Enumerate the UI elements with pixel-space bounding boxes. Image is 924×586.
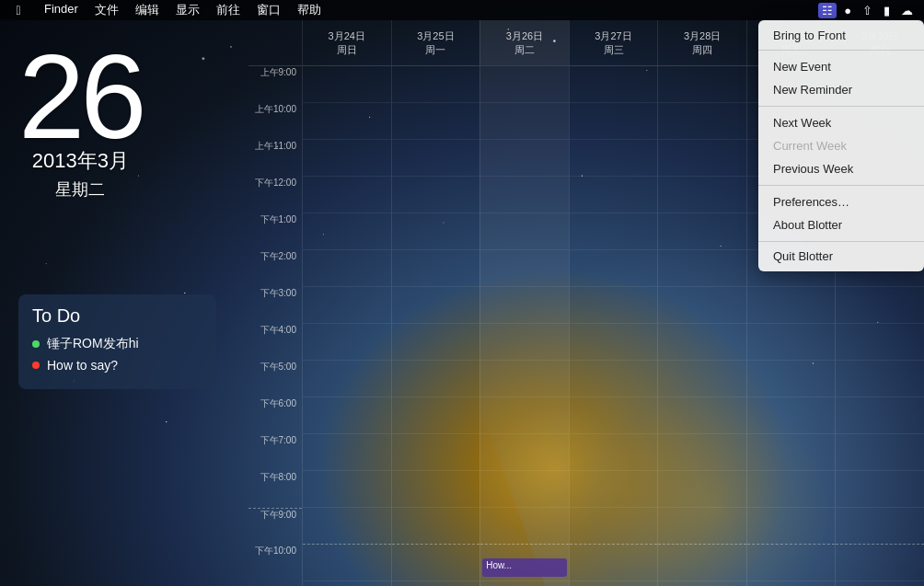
hour-line xyxy=(303,287,391,324)
day-grid-col-thu xyxy=(657,66,746,586)
hour-line xyxy=(747,361,836,397)
menu-item-about[interactable]: About Blotter xyxy=(758,213,924,236)
menu-item-preferences[interactable]: Preferences… xyxy=(758,190,924,213)
hour-line xyxy=(570,545,658,581)
day-grid-col-sun xyxy=(302,66,391,586)
hour-line xyxy=(570,177,658,213)
hour-line xyxy=(303,177,391,213)
menubar-go[interactable]: 前往 xyxy=(209,2,248,18)
hour-line xyxy=(747,471,836,508)
cursor-icon[interactable]: ⇧ xyxy=(859,4,876,17)
apple-icon:  xyxy=(16,3,20,17)
hour-line xyxy=(303,103,391,140)
hour-line xyxy=(392,140,480,177)
hour-line xyxy=(658,397,746,434)
hour-line xyxy=(836,287,924,324)
day-grid-col-wed xyxy=(569,66,658,586)
menubar-finder[interactable]: Finder xyxy=(37,2,86,18)
menubar-edit[interactable]: 编辑 xyxy=(128,2,167,18)
hour-line xyxy=(747,434,836,471)
day-date-thu: 3月28日 xyxy=(684,29,721,43)
calendar-event[interactable]: How... xyxy=(482,558,567,577)
list-item: 锤子ROM发布hi xyxy=(32,336,202,352)
hour-line xyxy=(480,287,569,324)
hour-line xyxy=(303,471,391,508)
time-column: 上午9:00 上午10:00 上午11:00 下午12:00 下午1:00 下午… xyxy=(248,66,302,586)
hour-line xyxy=(658,213,746,250)
battery-icon[interactable]: ▮ xyxy=(880,4,894,17)
time-slot: 下午10:00 xyxy=(248,545,302,581)
day-date-sun: 3月24日 xyxy=(329,29,365,43)
hour-line xyxy=(570,140,658,177)
menu-separator xyxy=(758,241,924,242)
time-slot: 下午9:00 xyxy=(248,508,302,545)
hour-line xyxy=(836,471,924,508)
time-slot: 上午11:00 xyxy=(248,140,302,177)
day-col-wed: 3月27日 周三 xyxy=(569,20,658,65)
menubar-view[interactable]: 显示 xyxy=(168,2,207,18)
notification-icon[interactable]: ● xyxy=(840,4,855,17)
hour-line xyxy=(392,66,480,103)
menubar-file[interactable]: 文件 xyxy=(87,2,126,18)
hour-line xyxy=(836,324,924,361)
hour-line xyxy=(480,471,569,508)
hour-line xyxy=(658,471,746,508)
hour-line xyxy=(570,397,658,434)
day-col-tue: 3月26日 周二 xyxy=(479,20,569,65)
hour-line xyxy=(392,213,480,250)
menu-separator xyxy=(758,185,924,186)
menubar-help[interactable]: 帮助 xyxy=(290,2,329,18)
day-col-mon: 3月25日 周一 xyxy=(391,20,480,65)
time-slot: 下午8:00 xyxy=(248,471,302,508)
menu-separator xyxy=(758,50,924,51)
menubar-window[interactable]: 窗口 xyxy=(249,2,288,18)
hour-line xyxy=(392,361,480,397)
apple-menu[interactable]:  xyxy=(0,3,37,17)
hour-line xyxy=(303,397,391,434)
todo-title: To Do xyxy=(32,305,202,327)
menu-item-previous-week[interactable]: Previous Week xyxy=(758,157,924,180)
date-weekday: 星期二 xyxy=(18,178,143,201)
hour-line xyxy=(392,508,480,545)
cloud-icon[interactable]: ☁ xyxy=(897,4,917,17)
hour-line xyxy=(480,434,569,471)
hour-line xyxy=(570,103,658,140)
hour-line xyxy=(392,287,480,324)
menu-group-events: New Event New Reminder xyxy=(758,53,924,103)
menu-item-new-reminder[interactable]: New Reminder xyxy=(758,78,924,101)
menu-item-new-event[interactable]: New Event xyxy=(758,55,924,78)
hour-line xyxy=(480,397,569,434)
hour-line xyxy=(392,397,480,434)
hour-line xyxy=(303,324,391,361)
hour-line xyxy=(392,545,480,581)
hour-line xyxy=(303,545,391,581)
blotter-icon[interactable]: ☷ xyxy=(818,3,837,18)
hour-line xyxy=(747,508,836,545)
hour-line xyxy=(658,66,746,103)
time-slot: 上午10:00 xyxy=(248,103,302,140)
day-col-sun: 3月24日 周日 xyxy=(302,20,391,65)
menu-item-quit[interactable]: Quit Blotter xyxy=(758,245,924,268)
hour-line xyxy=(392,471,480,508)
hour-line xyxy=(570,324,658,361)
hour-line xyxy=(658,434,746,471)
menu-group-week: Next Week Current Week Previous Week xyxy=(758,109,924,182)
day-col-thu: 3月28日 周四 xyxy=(657,20,746,65)
hour-line xyxy=(570,361,658,397)
todo-item-text: 锤子ROM发布hi xyxy=(47,336,139,352)
hour-line xyxy=(480,140,569,177)
hour-line xyxy=(570,471,658,508)
time-slot: 下午2:00 xyxy=(248,250,302,287)
hour-line xyxy=(570,287,658,324)
hour-line xyxy=(480,508,569,545)
day-date-mon: 3月25日 xyxy=(417,29,454,43)
date-day: 26 xyxy=(18,37,143,156)
todo-dot-red xyxy=(32,362,40,369)
hour-line xyxy=(570,508,658,545)
menu-item-next-week[interactable]: Next Week xyxy=(758,111,924,134)
menu-item-current-week: Current Week xyxy=(758,134,924,157)
menu-item-bring-to-front[interactable]: Bring to Front xyxy=(758,24,924,47)
hour-line xyxy=(570,66,658,103)
hour-line xyxy=(392,250,480,287)
list-item: How to say? xyxy=(32,358,202,373)
